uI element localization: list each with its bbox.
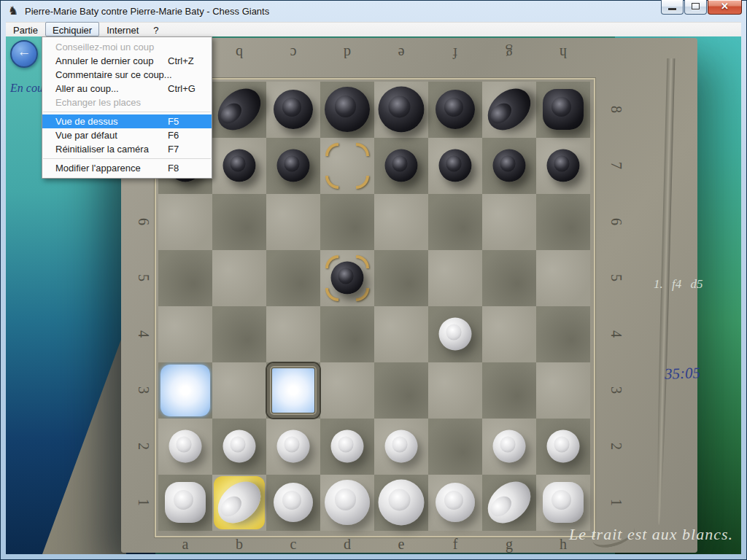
- square-a6[interactable]: [158, 194, 212, 250]
- menu-item-r-initialiser-la-cam-ra[interactable]: Réinitialiser la caméraF7: [42, 142, 212, 156]
- square-e5[interactable]: [374, 250, 428, 306]
- piece-black-pawn-f7[interactable]: [439, 149, 472, 182]
- square-f2[interactable]: [428, 419, 482, 475]
- marker-corner: [356, 143, 369, 156]
- chess-knight-icon: [8, 4, 21, 18]
- file-label-bottom-f: f: [453, 536, 458, 553]
- rank-label-right-6: 6: [608, 218, 624, 225]
- menu-item-modifier-l-apparence[interactable]: Modifier l'apparenceF8: [42, 161, 212, 175]
- menu-item-label: Echanger les places: [55, 97, 141, 108]
- file-label-bottom-h: h: [560, 536, 567, 553]
- file-label-top-e: e: [398, 44, 405, 61]
- square-b6[interactable]: [212, 194, 266, 250]
- menubar-item-echiquier[interactable]: Echiquier: [45, 22, 99, 36]
- piece-black-bishop-c8[interactable]: [274, 90, 313, 129]
- marker-corner: [356, 176, 369, 189]
- square-c3[interactable]: [266, 362, 320, 419]
- square-h5[interactable]: [536, 250, 590, 306]
- rank-label-right-2: 2: [608, 443, 624, 450]
- square-e4[interactable]: [374, 306, 428, 362]
- menu-item-aller-au-coup[interactable]: Aller au coup...Ctrl+G: [42, 82, 212, 96]
- square-g6[interactable]: [482, 194, 536, 250]
- maximize-button[interactable]: [684, 0, 707, 15]
- turn-indicator-text: Le trait est aux blancs.: [569, 525, 733, 544]
- square-d3[interactable]: [320, 362, 374, 419]
- rank-label-right-4: 4: [608, 330, 624, 338]
- piece-white-pawn-b2[interactable]: [223, 430, 256, 463]
- square-h4[interactable]: [536, 306, 590, 362]
- square-c6[interactable]: [266, 194, 320, 250]
- square-c4[interactable]: [266, 306, 320, 362]
- menu-item-commentaire-sur-ce-coup[interactable]: Commentaire sur ce coup...: [42, 68, 212, 82]
- menubar-item-internet[interactable]: Internet: [99, 22, 146, 36]
- square-d7[interactable]: [320, 138, 374, 194]
- square-a5[interactable]: [158, 250, 212, 306]
- piece-black-bishop-f8[interactable]: [436, 90, 475, 129]
- square-a4[interactable]: [158, 306, 212, 362]
- close-button[interactable]: [708, 0, 742, 15]
- rank-label-left-1: 1: [135, 499, 152, 506]
- clock-text: 35:05: [665, 364, 701, 384]
- piece-white-pawn-c2[interactable]: [277, 430, 310, 463]
- back-button[interactable]: [10, 40, 38, 68]
- menu-item-label: Modifier l'apparence: [55, 163, 141, 174]
- piece-black-pawn-c7[interactable]: [277, 149, 310, 182]
- square-d6[interactable]: [320, 194, 374, 250]
- square-e3[interactable]: [374, 362, 428, 419]
- square-g5[interactable]: [482, 250, 536, 306]
- file-label-bottom-b: b: [236, 536, 243, 553]
- square-g4[interactable]: [482, 306, 536, 362]
- piece-black-pawn-h7[interactable]: [547, 149, 580, 182]
- caption-buttons: [661, 0, 742, 15]
- piece-white-bishop-f1[interactable]: [436, 483, 475, 522]
- file-label-bottom-a: a: [182, 536, 189, 553]
- menubar-item-[interactable]: ?: [146, 22, 166, 36]
- square-b4[interactable]: [212, 306, 266, 362]
- piece-black-pawn-g7[interactable]: [493, 149, 526, 182]
- square-h6[interactable]: [536, 194, 590, 250]
- menu-item-conseillez-moi-un-coup[interactable]: Conseillez-moi un coup: [42, 40, 212, 54]
- square-f6[interactable]: [428, 194, 482, 250]
- piece-white-pawn-f4[interactable]: [439, 318, 472, 351]
- piece-white-pawn-e2[interactable]: [385, 430, 418, 463]
- square-c5[interactable]: [266, 250, 320, 306]
- rank-label-left-6: 6: [135, 218, 152, 225]
- piece-white-king-e1[interactable]: [379, 480, 425, 526]
- piece-black-rook-h8[interactable]: [543, 89, 584, 130]
- piece-white-pawn-a2[interactable]: [169, 430, 202, 463]
- piece-white-bishop-c1[interactable]: [274, 483, 313, 522]
- square-h3[interactable]: [536, 362, 590, 419]
- menu-item-echanger-les-places[interactable]: Echanger les places: [42, 96, 212, 109]
- square-f5[interactable]: [428, 250, 482, 306]
- menu-item-shortcut: F5: [168, 114, 179, 128]
- piece-white-pawn-h2[interactable]: [547, 430, 580, 463]
- square-b5[interactable]: [212, 250, 266, 306]
- piece-black-queen-d8[interactable]: [325, 87, 370, 132]
- piece-black-king-e8[interactable]: [379, 87, 425, 133]
- menu-item-annuler-le-dernier-coup[interactable]: Annuler le dernier coupCtrl+Z: [42, 54, 212, 68]
- piece-white-rook-a1[interactable]: [165, 482, 206, 523]
- piece-black-pawn-b7[interactable]: [223, 149, 256, 182]
- move-marker: [325, 143, 369, 189]
- rank-label-right-7: 7: [608, 162, 624, 169]
- menu-item-vue-de-dessus[interactable]: Vue de dessusF5: [42, 114, 212, 128]
- square-b3[interactable]: [212, 362, 266, 419]
- menu-item-vue-par-d-faut[interactable]: Vue par défautF6: [42, 128, 212, 142]
- piece-white-rook-h1[interactable]: [543, 482, 584, 523]
- square-d4[interactable]: [320, 306, 374, 362]
- piece-white-pawn-d2[interactable]: [331, 430, 364, 463]
- board-grid: [158, 82, 590, 531]
- rank-label-left-2: 2: [135, 443, 152, 450]
- menubar-item-partie[interactable]: Partie: [6, 22, 45, 36]
- piece-white-queen-d1[interactable]: [325, 480, 370, 525]
- move-list-text: 1. f4 d5: [654, 277, 703, 292]
- square-f3[interactable]: [428, 362, 482, 419]
- piece-black-pawn-d5[interactable]: [331, 262, 364, 295]
- piece-black-pawn-e7[interactable]: [385, 149, 418, 182]
- square-e6[interactable]: [374, 194, 428, 250]
- file-label-top-d: d: [344, 44, 351, 61]
- piece-white-pawn-g2[interactable]: [493, 430, 526, 463]
- minimize-button[interactable]: [661, 0, 684, 15]
- square-g3[interactable]: [482, 362, 536, 419]
- square-a3[interactable]: [158, 362, 212, 419]
